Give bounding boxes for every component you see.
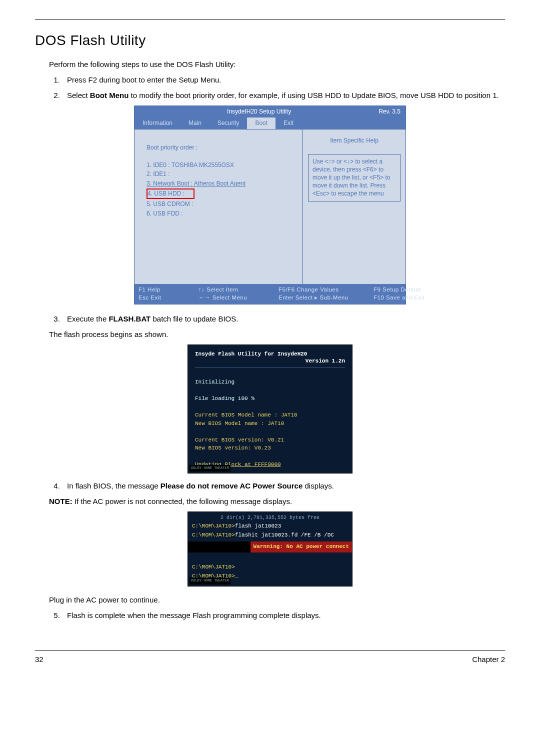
ac-warning-screenshot: 2 dir(s) 2,781,335,552 bytes free C:\ROM… (188, 512, 352, 586)
boot-item-1: 1. IDE0 : TOSHIBA MK2555GSX (146, 161, 294, 170)
bios-tab-exit: Exit (276, 118, 302, 129)
term1-cur-ver: Current BIOS version: V0.21 (195, 436, 345, 444)
steps-list: Press F2 during boot to enter the Setup … (62, 74, 505, 100)
boot-item-2: 2. IDE1 : (146, 170, 294, 178)
term2-line1: C:\ROM\JAT10>flash jat10023 (192, 522, 348, 531)
after-step3-text: The flash process begins as shown. (49, 329, 505, 340)
bios-tabs: Information Main Security Boot Exit (134, 118, 406, 129)
steps-list-cont: Execute the FLASH.BAT batch file to upda… (62, 314, 505, 324)
boot-item-5: 5. USB CDROM : (146, 200, 294, 208)
term1-new-model: New BIOS Model name : JAT10 (195, 420, 345, 428)
steps-list-cont3: Flash is complete when the message Flash… (62, 610, 505, 620)
page-footer: 32 Chapter 2 (35, 650, 505, 664)
bios-right-pane: Item Specific Help Use <↑> or <↓> to sel… (302, 130, 406, 284)
dolby-badge-icon: DOLBY HOME THEATER (190, 578, 230, 584)
bios-titlebar: InsydeIH20 Setup Utility Rev. 3.5 (134, 106, 406, 118)
foot-f1: F1 Help (138, 286, 198, 294)
bios-title-rev: Rev. 3.5 (378, 108, 400, 116)
foot-f5f6: F5/F6 Change Values (278, 286, 374, 294)
step-2: Select Boot Menu to modify the boot prio… (62, 90, 505, 100)
term1-version: Version 1.2n (195, 357, 345, 366)
plug-text: Plug in the AC power to continue. (49, 594, 505, 605)
bios-tab-security: Security (210, 118, 247, 129)
bios-title-center: InsydeIH20 Setup Utility (227, 108, 291, 116)
step-3: Execute the FLASH.BAT batch file to upda… (62, 314, 505, 324)
term1-loading: File loading 100 % (195, 394, 345, 403)
item-help-title: Item Specific Help (303, 136, 406, 145)
dolby-badge-icon: DOLBY HOME THEATER (190, 465, 230, 472)
top-rule (35, 19, 505, 20)
foot-esc: Esc Exit (138, 294, 198, 302)
boot-item-6: 6. USB FDD : (146, 210, 294, 218)
boot-priority-heading: Boot priority order : (146, 144, 294, 152)
foot-f9: F9 Setup Default (374, 286, 454, 294)
boot-item-4-highlight: 4. USB HDD : (146, 189, 294, 199)
foot-updown: ↑↓ Select Item (198, 286, 278, 294)
step-5: Flash is complete when the message Flash… (62, 610, 505, 620)
bios-left-pane: Boot priority order : 1. IDE0 : TOSHIBA … (134, 130, 302, 284)
chapter-label: Chapter 2 (472, 654, 505, 664)
foot-leftright: ←→ Select Menu (198, 294, 278, 302)
steps-list-cont2: In flash BIOS, the message Please do not… (62, 480, 505, 491)
bios-tab-information: Information (134, 118, 180, 129)
term2-line2: C:\ROM\JAT10>flashit jat10023.fd /FE /B … (192, 531, 348, 540)
intro-text: Perform the following steps to use the D… (49, 59, 505, 70)
step-4: In flash BIOS, the message Please do not… (62, 480, 505, 491)
term2-line3: C:\ROM\JAT10> (192, 563, 348, 572)
foot-enter: Enter Select ▸ Sub-Menu (278, 294, 374, 302)
bios-setup-screenshot: InsydeIH20 Setup Utility Rev. 3.5 Inform… (134, 106, 406, 304)
flash-terminal-screenshot: Insyde Flash Utility for InsydeH20 Versi… (188, 344, 352, 474)
term2-warning-text: Warnning: No AC power connect (254, 542, 349, 552)
foot-f10: F10 Save and Exit (374, 294, 454, 302)
term2-warning-bar: Warnning: No AC power connect (188, 542, 352, 552)
term1-init: Initializing (195, 378, 345, 386)
term2-top: 2 dir(s) 2,781,335,552 bytes free (192, 514, 348, 522)
item-help-text: Use <↑> or <↓> to select a device, then … (308, 154, 400, 202)
bios-footer: F1 Help ↑↓ Select Item F5/F6 Change Valu… (134, 284, 406, 304)
page-number: 32 (35, 654, 44, 664)
term1-new-ver: New BIOS version: V0.23 (195, 444, 345, 452)
boot-item-3: 3. Network Boot : Atheros Boot Agent (146, 180, 294, 188)
term1-cur-model: Current BIOS Model name : JAT10 (195, 411, 345, 420)
bios-tab-main: Main (180, 118, 210, 129)
note-line: NOTE: If the AC power is not connected, … (49, 496, 505, 506)
page-title: DOS Flash Utility (35, 30, 505, 50)
bios-tab-boot: Boot (247, 118, 276, 129)
step-1: Press F2 during boot to enter the Setup … (62, 74, 505, 85)
